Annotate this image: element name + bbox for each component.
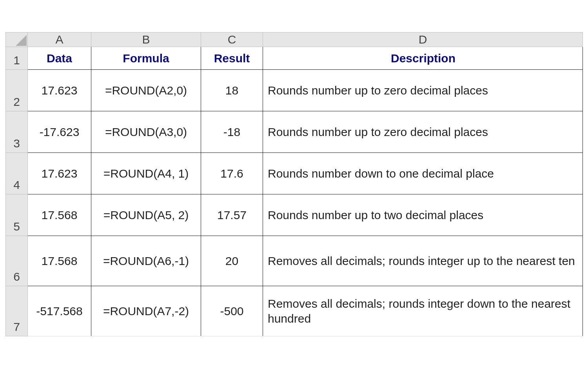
cell-b5[interactable]: =ROUND(A5, 2) (91, 194, 201, 236)
cell-a3[interactable]: -17.623 (28, 111, 91, 153)
cell-c6[interactable]: 20 (201, 236, 263, 286)
column-header-row: A B C D (6, 33, 583, 47)
cell-c3[interactable]: -18 (201, 111, 263, 153)
cell-b6[interactable]: =ROUND(A6,-1) (91, 236, 201, 286)
column-header-a[interactable]: A (28, 33, 91, 47)
cell-a2[interactable]: 17.623 (28, 70, 91, 111)
row-header-4[interactable]: 4 (6, 153, 28, 194)
row-header-6[interactable]: 6 (6, 236, 28, 286)
cell-b1[interactable]: Formula (91, 47, 201, 70)
cell-c1[interactable]: Result (201, 47, 263, 70)
row-header-2[interactable]: 2 (6, 70, 28, 111)
cell-d5[interactable]: Rounds number up to two decimal places (263, 194, 583, 236)
row-header-5[interactable]: 5 (6, 194, 28, 236)
spreadsheet: A B C D 1 Data Formula Result Descriptio… (5, 32, 583, 336)
column-header-b[interactable]: B (91, 33, 201, 47)
cell-d3[interactable]: Rounds number up to zero decimal places (263, 111, 583, 153)
cell-d1[interactable]: Description (263, 47, 583, 70)
table-row: 2 17.623 =ROUND(A2,0) 18 Rounds number u… (6, 70, 583, 111)
table-row: 6 17.568 =ROUND(A6,-1) 20 Removes all de… (6, 236, 583, 286)
table-row: 1 Data Formula Result Description (6, 47, 583, 70)
cell-b7[interactable]: =ROUND(A7,-2) (91, 286, 201, 336)
cell-b2[interactable]: =ROUND(A2,0) (91, 70, 201, 111)
grid-table: A B C D 1 Data Formula Result Descriptio… (5, 32, 583, 336)
cell-a7[interactable]: -517.568 (28, 286, 91, 336)
cell-a6[interactable]: 17.568 (28, 236, 91, 286)
cell-c7[interactable]: -500 (201, 286, 263, 336)
column-header-c[interactable]: C (201, 33, 263, 47)
cell-c2[interactable]: 18 (201, 70, 263, 111)
table-row: 4 17.623 =ROUND(A4, 1) 17.6 Rounds numbe… (6, 153, 583, 194)
cell-d7[interactable]: Removes all decimals; rounds integer dow… (263, 286, 583, 336)
select-all-icon (16, 35, 27, 46)
table-row: 3 -17.623 =ROUND(A3,0) -18 Rounds number… (6, 111, 583, 153)
cell-a1[interactable]: Data (28, 47, 91, 70)
table-row: 5 17.568 =ROUND(A5, 2) 17.57 Rounds numb… (6, 194, 583, 236)
cell-d2[interactable]: Rounds number up to zero decimal places (263, 70, 583, 111)
select-all-button[interactable] (6, 33, 28, 47)
cell-c5[interactable]: 17.57 (201, 194, 263, 236)
cell-a5[interactable]: 17.568 (28, 194, 91, 236)
cell-d4[interactable]: Rounds number down to one decimal place (263, 153, 583, 194)
table-row: 7 -517.568 =ROUND(A7,-2) -500 Removes al… (6, 286, 583, 336)
cell-d6[interactable]: Removes all decimals; rounds integer up … (263, 236, 583, 286)
cell-c4[interactable]: 17.6 (201, 153, 263, 194)
row-header-1[interactable]: 1 (6, 47, 28, 70)
column-header-d[interactable]: D (263, 33, 583, 47)
cell-b4[interactable]: =ROUND(A4, 1) (91, 153, 201, 194)
cell-b3[interactable]: =ROUND(A3,0) (91, 111, 201, 153)
cell-a4[interactable]: 17.623 (28, 153, 91, 194)
row-header-3[interactable]: 3 (6, 111, 28, 153)
row-header-7[interactable]: 7 (6, 286, 28, 336)
